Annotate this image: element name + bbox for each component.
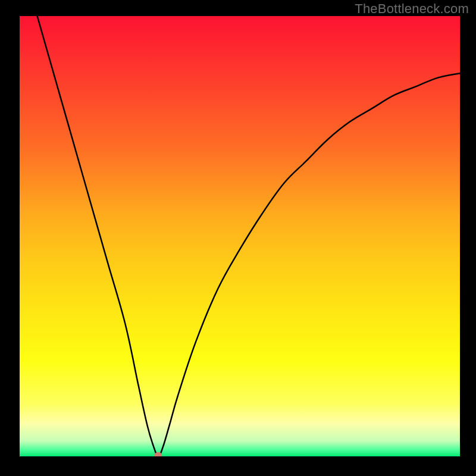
watermark-text: TheBottleneck.com [355, 1, 469, 17]
chart-container: TheBottleneck.com [0, 0, 476, 476]
minimum-marker-icon [155, 452, 162, 456]
plot-area [20, 16, 460, 456]
bottleneck-curve [20, 16, 460, 456]
